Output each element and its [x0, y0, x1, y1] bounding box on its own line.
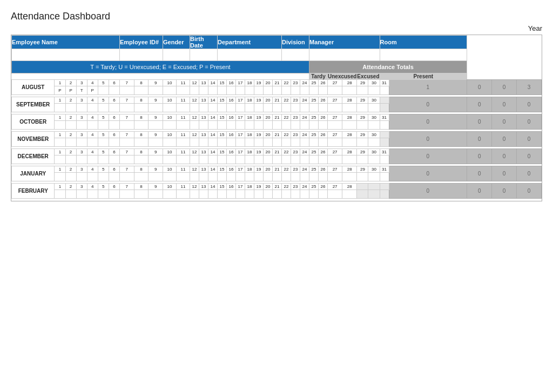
day-code-cell[interactable] — [300, 190, 309, 199]
day-code-cell[interactable] — [368, 86, 380, 95]
day-code-cell[interactable] — [264, 104, 273, 112]
day-code-cell[interactable] — [149, 86, 163, 95]
day-code-cell[interactable] — [309, 190, 319, 199]
day-code-cell[interactable] — [218, 138, 227, 147]
day-code-cell[interactable] — [357, 86, 368, 95]
day-code-cell[interactable] — [328, 156, 342, 164]
day-code-cell[interactable] — [254, 104, 264, 112]
day-code-cell[interactable] — [227, 190, 236, 199]
day-code-cell[interactable] — [199, 190, 208, 199]
day-code-cell[interactable] — [109, 173, 119, 181]
day-code-cell[interactable] — [342, 173, 357, 181]
day-code-cell[interactable] — [342, 156, 357, 164]
day-code-cell[interactable] — [98, 121, 109, 130]
day-code-cell[interactable] — [109, 121, 119, 130]
day-code-cell[interactable] — [163, 121, 177, 130]
day-code-cell[interactable] — [319, 86, 328, 95]
day-code-cell[interactable] — [357, 190, 368, 199]
day-code-cell[interactable] — [109, 86, 119, 95]
day-code-cell[interactable] — [291, 104, 300, 112]
day-code-cell[interactable] — [98, 156, 109, 164]
day-code-cell[interactable] — [282, 190, 291, 199]
day-code-cell[interactable] — [87, 104, 98, 112]
day-code-cell[interactable] — [65, 190, 76, 199]
day-code-cell[interactable] — [254, 86, 264, 95]
day-code-cell[interactable] — [76, 138, 87, 147]
day-code-cell[interactable] — [190, 190, 199, 199]
day-code-cell[interactable] — [264, 86, 273, 95]
day-code-cell[interactable] — [134, 86, 149, 95]
day-code-cell[interactable] — [309, 86, 319, 95]
day-code-cell[interactable] — [342, 190, 357, 199]
day-code-cell[interactable] — [291, 156, 300, 164]
day-code-cell[interactable] — [342, 138, 357, 147]
day-code-cell[interactable] — [368, 173, 380, 181]
day-code-cell[interactable] — [227, 173, 236, 181]
day-code-cell[interactable] — [236, 104, 245, 112]
day-code-cell[interactable] — [199, 86, 208, 95]
day-code-cell[interactable] — [236, 156, 245, 164]
day-code-cell[interactable] — [300, 156, 309, 164]
day-code-cell[interactable] — [109, 156, 119, 164]
day-code-cell[interactable] — [134, 173, 149, 181]
day-code-cell[interactable] — [134, 104, 149, 112]
day-code-cell[interactable] — [282, 104, 291, 112]
day-code-cell[interactable] — [208, 190, 218, 199]
day-code-cell[interactable] — [254, 121, 264, 130]
day-code-cell[interactable] — [264, 138, 273, 147]
day-code-cell[interactable] — [65, 138, 76, 147]
day-code-cell[interactable] — [87, 190, 98, 199]
day-code-cell[interactable] — [177, 173, 190, 181]
day-code-cell[interactable] — [190, 121, 199, 130]
day-code-cell[interactable] — [273, 86, 282, 95]
day-code-cell[interactable] — [163, 104, 177, 112]
day-code-cell[interactable] — [236, 86, 245, 95]
day-code-cell[interactable] — [273, 173, 282, 181]
day-code-cell[interactable] — [357, 156, 368, 164]
day-code-cell[interactable] — [236, 190, 245, 199]
day-code-cell[interactable] — [227, 156, 236, 164]
day-code-cell[interactable] — [245, 173, 254, 181]
day-code-cell[interactable] — [309, 104, 319, 112]
day-code-cell[interactable] — [264, 190, 273, 199]
day-code-cell[interactable] — [177, 190, 190, 199]
day-code-cell[interactable] — [149, 138, 163, 147]
day-code-cell[interactable] — [300, 104, 309, 112]
day-code-cell[interactable] — [55, 138, 65, 147]
day-code-cell[interactable] — [208, 173, 218, 181]
day-code-cell[interactable] — [245, 86, 254, 95]
day-code-cell[interactable] — [109, 138, 119, 147]
day-code-cell[interactable] — [149, 104, 163, 112]
day-code-cell[interactable] — [199, 104, 208, 112]
day-code-cell[interactable] — [380, 86, 389, 95]
day-code-cell[interactable] — [319, 156, 328, 164]
day-code-cell[interactable] — [177, 156, 190, 164]
day-code-cell[interactable] — [190, 138, 199, 147]
day-code-cell[interactable] — [380, 138, 389, 147]
day-code-cell[interactable] — [309, 173, 319, 181]
day-code-cell[interactable] — [319, 190, 328, 199]
day-code-cell[interactable] — [199, 173, 208, 181]
day-code-cell[interactable] — [319, 121, 328, 130]
day-code-cell[interactable] — [55, 156, 65, 164]
day-code-cell[interactable] — [245, 156, 254, 164]
day-code-cell[interactable] — [282, 121, 291, 130]
day-code-cell[interactable] — [65, 121, 76, 130]
day-code-cell[interactable] — [227, 86, 236, 95]
day-code-cell[interactable] — [190, 156, 199, 164]
day-code-cell[interactable] — [65, 173, 76, 181]
day-code-cell[interactable] — [282, 156, 291, 164]
day-code-cell[interactable] — [134, 138, 149, 147]
day-code-cell[interactable] — [134, 190, 149, 199]
day-code-cell[interactable] — [227, 138, 236, 147]
day-code-cell[interactable] — [98, 86, 109, 95]
day-code-cell[interactable] — [218, 173, 227, 181]
day-code-cell[interactable] — [291, 121, 300, 130]
day-code-cell[interactable]: P — [87, 86, 98, 95]
day-code-cell[interactable] — [177, 86, 190, 95]
day-code-cell[interactable] — [149, 190, 163, 199]
day-code-cell[interactable] — [357, 173, 368, 181]
day-code-cell[interactable] — [120, 190, 134, 199]
day-code-cell[interactable] — [190, 86, 199, 95]
day-code-cell[interactable] — [245, 138, 254, 147]
